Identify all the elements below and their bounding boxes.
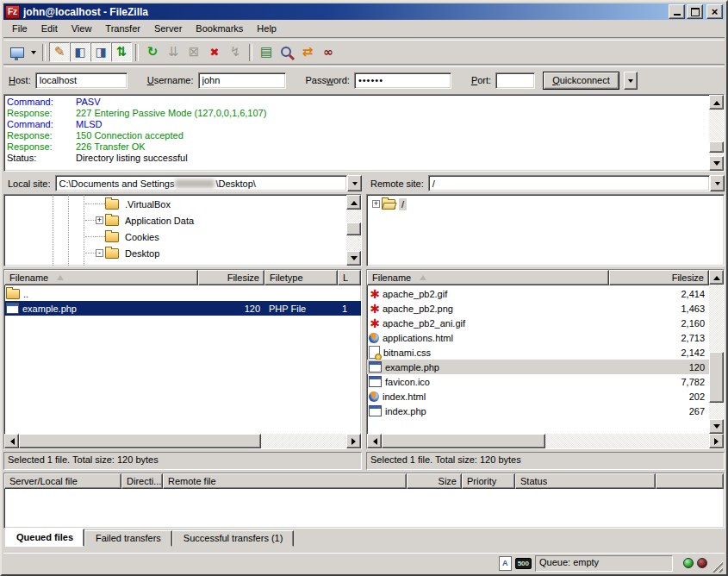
scroll-right-button[interactable]: [346, 434, 361, 448]
scroll-up-button[interactable]: [709, 95, 724, 110]
queue-column-header-status[interactable]: Status: [515, 473, 656, 489]
scrollbar-thumb[interactable]: [382, 434, 545, 448]
column-header-l[interactable]: L: [338, 270, 361, 285]
password-input[interactable]: [354, 72, 451, 89]
scrollbar-track[interactable]: [709, 285, 724, 419]
toggle-remote-tree-button[interactable]: ◨: [90, 42, 111, 62]
queue-column-header-directi[interactable]: Directi...: [121, 473, 163, 489]
column-header-filesize[interactable]: Filesize: [198, 270, 264, 285]
scroll-down-button[interactable]: [709, 419, 724, 434]
reconnect-button[interactable]: ↯: [225, 42, 246, 62]
cancel-operation-button[interactable]: ⊠: [184, 42, 204, 62]
tree-item-virtualbox[interactable]: .VirtualBox: [4, 196, 346, 212]
scroll-left-button[interactable]: [4, 434, 19, 448]
tree-item-desktop[interactable]: -Desktop: [4, 245, 346, 261]
scroll-down-button[interactable]: [346, 251, 361, 266]
file-row-bitnami-css[interactable]: bitnami.css2,142: [367, 345, 709, 360]
local-horizontal-scrollbar[interactable]: [4, 434, 361, 448]
maximize-icon: [691, 8, 700, 16]
menu-item-server[interactable]: Server: [147, 22, 189, 35]
quickconnect-dropdown-button[interactable]: [624, 72, 638, 90]
column-header-filetype[interactable]: Filetype: [264, 270, 338, 285]
tab-queued-files[interactable]: Queued files: [5, 529, 84, 547]
local-tree-vertical-scrollbar[interactable]: [346, 195, 361, 266]
speed-limit-icon[interactable]: 500: [515, 558, 532, 569]
tree-expander-plus-icon[interactable]: +: [372, 200, 380, 208]
menu-item-view[interactable]: View: [65, 22, 99, 35]
remote-vertical-scrollbar[interactable]: [709, 270, 724, 434]
scrollbar-thumb[interactable]: [346, 222, 361, 235]
scroll-down-button[interactable]: [709, 156, 724, 171]
scrollbar-thumb[interactable]: [709, 352, 724, 403]
site-manager-dropdown-button[interactable]: [28, 42, 39, 62]
file-row-favicon-ico[interactable]: favicon.ico7,782: [367, 374, 709, 389]
tab-successful-transfers-1[interactable]: Successful transfers (1): [172, 530, 295, 547]
scrollbar-track[interactable]: [19, 434, 346, 448]
close-button[interactable]: ×: [706, 4, 723, 19]
tree-item-[interactable]: +/: [367, 196, 724, 212]
port-input[interactable]: [495, 72, 535, 89]
menu-item-file[interactable]: File: [5, 22, 34, 35]
column-header-filename[interactable]: Filename: [4, 270, 198, 285]
queue-body[interactable]: [4, 489, 724, 528]
scrollbar-track[interactable]: [382, 434, 709, 448]
minimize-button[interactable]: [669, 4, 685, 19]
toggle-local-tree-button[interactable]: ◧: [70, 42, 90, 62]
menu-item-bookmarks[interactable]: Bookmarks: [189, 22, 250, 35]
directory-listing-filters-button[interactable]: ▤: [256, 42, 277, 62]
file-row-apache-pb2-png[interactable]: ✱apache_pb2.png1,463: [367, 301, 709, 316]
find-files-button[interactable]: ∞: [318, 42, 339, 62]
file-row-[interactable]: ..: [4, 286, 361, 301]
queue-column-header-size[interactable]: Size: [407, 473, 462, 489]
queue-column-header-priority[interactable]: Priority: [462, 473, 515, 489]
refresh-file-lists-button[interactable]: ↻: [142, 42, 163, 62]
log-vertical-scrollbar[interactable]: [709, 95, 724, 171]
tree-expander-plus-icon[interactable]: +: [96, 216, 103, 224]
maximize-button[interactable]: [687, 4, 703, 19]
local-site-dropdown-button[interactable]: [347, 175, 362, 191]
remote-horizontal-scrollbar[interactable]: [367, 434, 724, 448]
scrollbar-thumb[interactable]: [709, 141, 724, 153]
quickconnect-button[interactable]: Quickconnect: [543, 72, 619, 90]
site-manager-button[interactable]: [7, 42, 28, 62]
scrollbar-track[interactable]: [346, 210, 361, 251]
scroll-up-button[interactable]: [346, 195, 361, 210]
transfer-type-icon[interactable]: A: [499, 556, 512, 571]
tree-item-application-data[interactable]: +Application Data: [4, 212, 346, 229]
file-row-apache-pb2-gif[interactable]: ✱apache_pb2.gif2,414: [367, 286, 709, 301]
menu-item-transfer[interactable]: Transfer: [98, 22, 147, 35]
process-queue-button[interactable]: ⇊: [163, 42, 184, 62]
compare-directories-button[interactable]: [277, 42, 297, 62]
file-row-applications-html[interactable]: applications.html2,713: [367, 330, 709, 345]
host-input[interactable]: [35, 72, 128, 89]
menu-item-edit[interactable]: Edit: [34, 22, 65, 35]
tree-expander-minus-icon[interactable]: -: [96, 249, 103, 257]
resize-grip[interactable]: [711, 560, 723, 573]
remote-site-path[interactable]: /: [428, 175, 710, 191]
toggle-message-log-button[interactable]: ✎: [49, 42, 70, 62]
tree-item-cookies[interactable]: Cookies: [4, 229, 346, 245]
scroll-left-button[interactable]: [367, 434, 382, 448]
file-row-apache-pb2-ani-gif[interactable]: ✱apache_pb2_ani.gif2,160: [367, 316, 709, 330]
queue-column-header-remote-file[interactable]: Remote file: [163, 473, 407, 489]
file-row-example-php[interactable]: example.php120PHP File1: [4, 301, 361, 316]
scrollbar-thumb[interactable]: [19, 434, 261, 448]
remote-site-dropdown-button[interactable]: [710, 175, 725, 191]
tab-failed-transfers[interactable]: Failed transfers: [84, 530, 172, 547]
title-bar: Fz john@localhost - FileZilla ×: [3, 3, 725, 20]
menu-item-help[interactable]: Help: [250, 22, 283, 35]
file-row-example-php[interactable]: example.php120: [367, 360, 709, 374]
toggle-transfer-queue-button[interactable]: ⇅: [111, 42, 132, 62]
column-header-filename[interactable]: Filename: [367, 270, 609, 285]
queue-column-header-server-local-file[interactable]: Server/Local file: [4, 473, 121, 489]
column-header-filesize[interactable]: Filesize: [609, 270, 709, 285]
disconnect-button[interactable]: ✖: [204, 42, 225, 62]
local-site-path[interactable]: C:\Documents and Settings\Desktop\: [55, 175, 347, 191]
scrollbar-track[interactable]: [709, 110, 724, 156]
file-row-index-php[interactable]: index.php267: [367, 404, 709, 418]
scroll-up-button[interactable]: [709, 270, 724, 285]
username-input[interactable]: [198, 72, 286, 89]
scroll-right-button[interactable]: [709, 434, 724, 448]
synchronized-browsing-button[interactable]: ⇄: [297, 42, 318, 62]
file-row-index-html[interactable]: index.html202: [367, 389, 709, 404]
